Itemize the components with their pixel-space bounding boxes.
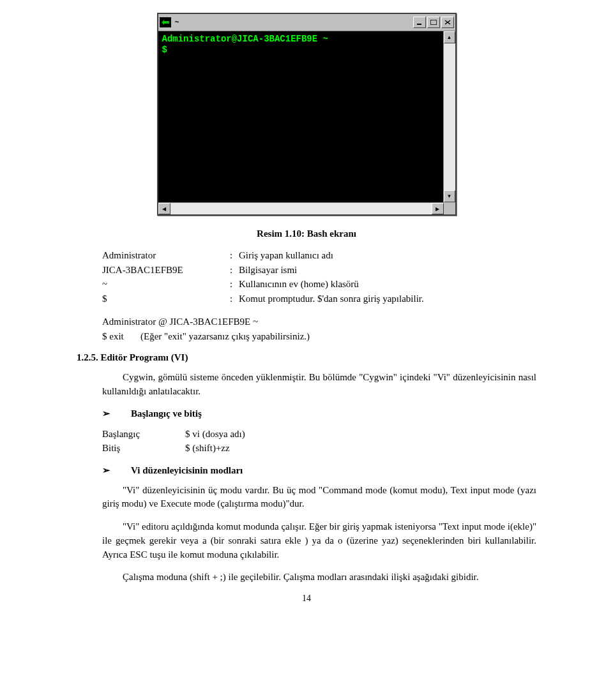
window-title: ~ — [175, 18, 413, 27]
definition-row: ~:Kullanıcının ev (home) klasörü — [102, 277, 536, 292]
definition-term: JICA-3BAC1EFB9E — [102, 263, 230, 278]
svg-rect-0 — [417, 24, 421, 25]
scroll-right-button[interactable]: ▶ — [432, 203, 444, 214]
terminal-content[interactable]: Administrator@JICA-3BAC1EFB9E ~ $ — [158, 31, 443, 202]
cygwin-paragraph: Cygwin, gömülü sisteme önceden yüklenmiş… — [77, 371, 536, 399]
definition-text: Komut promptudur. $'dan sonra giriş yapı… — [239, 292, 536, 306]
window-controls — [413, 17, 454, 28]
page-number: 14 — [77, 593, 536, 604]
bullet-2-text: Vi düzenleyicisinin modları — [131, 465, 243, 476]
terminal-window: ~ Administrator@JICA-3BAC1EFB9E ~ $ ▲ ▼ … — [157, 13, 457, 216]
svg-rect-1 — [430, 20, 437, 25]
definition-text: Bilgisayar ismi — [239, 263, 536, 278]
horizontal-scrollbar[interactable]: ◀ ▶ — [158, 202, 444, 214]
scroll-down-button[interactable]: ▼ — [444, 190, 455, 202]
definition-colon: : — [230, 248, 239, 263]
minimize-button[interactable] — [413, 17, 426, 28]
start-label: Başlangıç — [102, 427, 185, 442]
bullet-start-end: ➢ Başlangıç ve bitiş — [77, 408, 536, 419]
definition-list: Administrator:Giriş yapan kullanıcı adıJ… — [77, 248, 536, 306]
section-heading: 1.2.5. Editör Programı (VI) — [77, 352, 536, 363]
resize-grip[interactable] — [444, 202, 455, 214]
definition-text: Giriş yapan kullanıcı adı — [239, 248, 536, 263]
definition-row: Administrator:Giriş yapan kullanıcı adı — [102, 248, 536, 263]
system-menu-icon[interactable] — [160, 17, 171, 27]
definition-term: Administrator — [102, 248, 230, 263]
admin-prompt-text: Administrator @ JICA-3BAC1EFB9E ~ — [102, 315, 258, 329]
figure-caption: Resim 1.10: Bash ekranı — [77, 228, 536, 239]
close-button[interactable] — [441, 17, 454, 28]
definition-row: $:Komut promptudur. $'dan sonra giriş ya… — [102, 292, 536, 306]
definition-colon: : — [230, 277, 239, 292]
modes-paragraph-3: Çalışma moduna (shift + ;) ile geçilebil… — [77, 570, 536, 585]
maximize-button[interactable] — [427, 17, 440, 28]
scroll-track-horizontal[interactable] — [170, 203, 432, 214]
exit-command: $ exit — [102, 329, 140, 344]
end-label: Bitiş — [102, 441, 185, 456]
scroll-up-button[interactable]: ▲ — [444, 31, 455, 43]
prompt-line-2: $ — [162, 45, 167, 55]
definition-colon: : — [230, 263, 239, 278]
start-end-block: Başlangıç $ vi (dosya adı) Bitiş $ (shif… — [77, 427, 536, 456]
exit-note: (Eğer "exit" yazarsanız çıkış yapabilirs… — [140, 329, 310, 344]
arrow-icon: ➢ — [102, 465, 110, 476]
end-value: $ (shift)+zz — [185, 441, 230, 456]
vertical-scrollbar[interactable]: ▲ ▼ — [443, 31, 455, 202]
bullet-modes: ➢ Vi düzenleyicisinin modları — [77, 465, 536, 476]
definition-term: $ — [102, 292, 230, 306]
scroll-left-button[interactable]: ◀ — [158, 203, 170, 214]
window-titlebar: ~ — [158, 14, 455, 31]
admin-prompt-block: Administrator @ JICA-3BAC1EFB9E ~ $ exit… — [77, 315, 536, 343]
scroll-track-vertical[interactable] — [444, 43, 455, 190]
definition-row: JICA-3BAC1EFB9E:Bilgisayar ismi — [102, 263, 536, 278]
start-value: $ vi (dosya adı) — [185, 427, 245, 442]
modes-paragraph-1: "Vi" düzenleyicisinin üç modu vardır. Bu… — [77, 484, 536, 512]
bullet-1-text: Başlangıç ve bitiş — [131, 408, 202, 419]
arrow-icon: ➢ — [102, 408, 110, 419]
definition-term: ~ — [102, 277, 230, 292]
definition-text: Kullanıcının ev (home) klasörü — [239, 277, 536, 292]
modes-paragraph-2: "Vi" editoru açıldığında komut modunda ç… — [77, 520, 536, 562]
definition-colon: : — [230, 292, 239, 306]
prompt-line-1: Administrator@JICA-3BAC1EFB9E ~ — [162, 34, 328, 44]
